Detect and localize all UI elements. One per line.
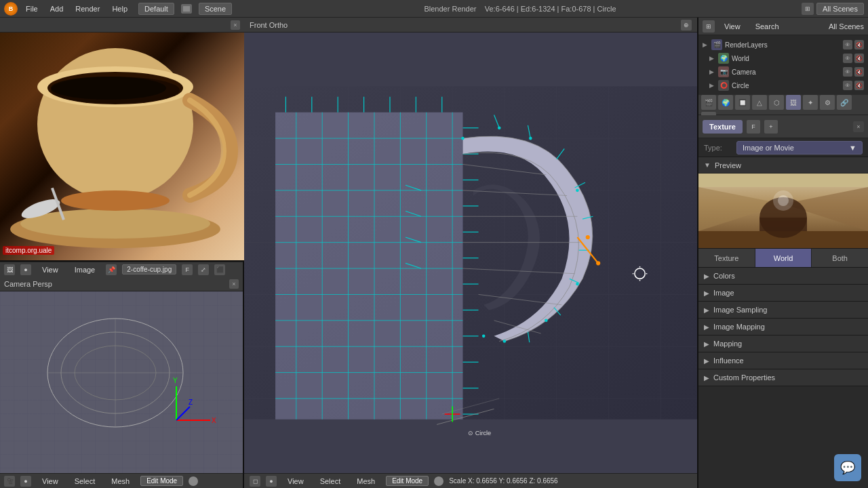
camera-eye[interactable]: ● bbox=[20, 476, 31, 487]
rp-search[interactable]: Search bbox=[750, 21, 785, 32]
prop-icon-texture[interactable]: 🖼 bbox=[786, 95, 801, 110]
vis-render[interactable]: 🔇 bbox=[854, 40, 864, 49]
svg-point-104 bbox=[586, 235, 590, 239]
tab-texture[interactable]: Texture bbox=[698, 249, 755, 267]
v3d-eye[interactable]: ● bbox=[266, 476, 277, 487]
help-chat-btn[interactable]: 💬 bbox=[834, 454, 861, 481]
blender-logo[interactable]: B bbox=[4, 2, 18, 16]
view3d-viewport[interactable]: ⊙ Circle bbox=[244, 33, 697, 473]
tabs-row: Texture World Both bbox=[698, 249, 868, 268]
rp-view-menu[interactable]: View bbox=[719, 21, 746, 32]
camera-mesh-menu[interactable]: Mesh bbox=[106, 476, 135, 487]
image-view-close[interactable]: × bbox=[231, 20, 240, 30]
custom-header[interactable]: ▶ Custom Properties bbox=[698, 369, 868, 386]
tab-both[interactable]: Both bbox=[812, 249, 868, 267]
rp-all-scenes[interactable]: All Scenes bbox=[829, 22, 864, 30]
svg-text:X: X bbox=[212, 417, 216, 424]
mapping-header[interactable]: ▶ Mapping bbox=[698, 336, 868, 352]
texture-main-btn[interactable]: Texture bbox=[703, 120, 743, 134]
v3d-select-menu[interactable]: Select bbox=[315, 476, 347, 487]
preview-svg bbox=[698, 174, 868, 248]
image-header[interactable]: ▶ Image bbox=[698, 285, 868, 301]
v3d-icon[interactable]: ◻ bbox=[250, 476, 260, 487]
menu-add[interactable]: Add bbox=[45, 3, 69, 14]
layer-camera[interactable]: ▶ 📷 Camera 👁 🔇 bbox=[698, 65, 868, 79]
camera-viewport[interactable]: X Y Z bbox=[0, 291, 243, 473]
prop-icon-world[interactable]: 🌍 bbox=[718, 95, 733, 110]
vis-eye-circle[interactable]: 👁 bbox=[843, 81, 852, 90]
prop-icon-material[interactable]: ⬡ bbox=[769, 95, 784, 110]
influence-triangle: ▶ bbox=[704, 357, 709, 365]
prop-icon-scene[interactable]: 🎬 bbox=[701, 95, 716, 110]
vis-eye-world[interactable]: 👁 bbox=[843, 54, 852, 63]
prop-influence: ▶ Influence bbox=[698, 352, 868, 369]
svg-text:⊙ Circle: ⊙ Circle bbox=[468, 430, 491, 436]
camera-view-menu[interactable]: View bbox=[37, 476, 64, 487]
renderlayers-icon: 🎬 bbox=[711, 39, 722, 50]
influence-header[interactable]: ▶ Influence bbox=[698, 352, 868, 369]
prop-image-mapping: ▶ Image Mapping bbox=[698, 319, 868, 336]
type-dropdown[interactable]: Image or Movie ▼ bbox=[736, 141, 863, 155]
image-pin[interactable]: 📌 bbox=[106, 264, 117, 275]
menu-render[interactable]: Render bbox=[70, 3, 105, 14]
tex-f-btn[interactable]: F bbox=[747, 120, 760, 134]
image-mapping-label: Image Mapping bbox=[713, 323, 765, 331]
image-expand[interactable]: ⤢ bbox=[198, 264, 209, 275]
image-editor-eye[interactable]: ● bbox=[20, 264, 31, 275]
edit-mode-dropdown[interactable]: Edit Mode bbox=[140, 476, 183, 486]
image-sampling-header[interactable]: ▶ Image Sampling bbox=[698, 302, 868, 318]
image-collapse[interactable]: ⬛ bbox=[214, 264, 225, 275]
image-mapping-header[interactable]: ▶ Image Mapping bbox=[698, 319, 868, 335]
preview-section-header[interactable]: ▼ Preview bbox=[698, 157, 868, 174]
image-editor-icon[interactable]: 🖼 bbox=[4, 264, 15, 275]
prop-icon-physics[interactable]: ⚙ bbox=[820, 95, 835, 110]
prop-icon-mesh[interactable]: △ bbox=[752, 95, 767, 110]
vis-eye-cam[interactable]: 👁 bbox=[843, 67, 852, 77]
camera-view-title: Camera Persp bbox=[4, 280, 52, 288]
v3d-edit-mode[interactable]: Edit Mode bbox=[386, 476, 429, 486]
all-scenes-btn[interactable]: All Scenes bbox=[816, 3, 864, 15]
vis-render-cam[interactable]: 🔇 bbox=[854, 67, 864, 77]
view3d-title: Front Ortho bbox=[250, 21, 288, 29]
tex-close-btn[interactable]: × bbox=[853, 121, 864, 132]
svg-rect-122 bbox=[760, 218, 807, 231]
image-editor-bar: 🖼 ● View Image 📌 2-coffe-cup.jpg F ⤢ ⬛ bbox=[0, 262, 243, 277]
v3d-mesh-menu[interactable]: Mesh bbox=[351, 476, 380, 487]
scene-label[interactable]: Scene bbox=[199, 3, 232, 15]
camera-mode-icon[interactable]: 🎥 bbox=[4, 476, 15, 487]
layer-renderlayers[interactable]: ▶ 🎬 RenderLayers 👁 🔇 bbox=[698, 38, 868, 52]
layer-tree: ▶ 🎬 RenderLayers 👁 🔇 ▶ 🌍 World 👁 🔇 ▶ bbox=[698, 35, 868, 95]
top-bar-left: B File Add Render Help Default Scene bbox=[0, 2, 239, 16]
prop-icon-constraint[interactable]: 🔗 bbox=[837, 95, 852, 110]
image-label: Image bbox=[713, 289, 734, 297]
menu-help[interactable]: Help bbox=[106, 3, 133, 14]
menu-file[interactable]: File bbox=[20, 3, 43, 14]
image-f-btn[interactable]: F bbox=[182, 264, 193, 275]
prop-icon-obj[interactable]: 🔲 bbox=[735, 95, 750, 110]
top-icon-1[interactable]: ⊞ bbox=[802, 3, 814, 15]
preview-image bbox=[698, 174, 868, 248]
top-bar: B File Add Render Help Default Scene Ble… bbox=[0, 0, 868, 18]
top-right: ⊞ All Scenes bbox=[802, 3, 868, 15]
view3d-zoom-icon[interactable]: ⊕ bbox=[681, 20, 692, 30]
layer-circle[interactable]: ▶ ⭕ Circle 👁 🔇 bbox=[698, 79, 868, 92]
custom-label: Custom Properties bbox=[713, 373, 775, 382]
prop-image-sampling: ▶ Image Sampling bbox=[698, 302, 868, 319]
image-view-menu[interactable]: View bbox=[37, 264, 64, 275]
prop-icon-particles[interactable]: ✦ bbox=[803, 95, 818, 110]
scene-type-selector[interactable]: Default bbox=[138, 3, 174, 15]
rp-icon-1[interactable]: ⊞ bbox=[703, 20, 715, 33]
tab-world[interactable]: World bbox=[755, 249, 812, 267]
camera-select-menu[interactable]: Select bbox=[69, 476, 101, 487]
vis-eye[interactable]: 👁 bbox=[843, 40, 852, 49]
vis-render-circle[interactable]: 🔇 bbox=[854, 81, 864, 90]
type-row: Type: Image or Movie ▼ bbox=[698, 138, 868, 157]
camera-view-close[interactable]: × bbox=[229, 279, 239, 289]
vis-render-world[interactable]: 🔇 bbox=[854, 54, 864, 63]
tex-add-btn[interactable]: + bbox=[764, 120, 778, 134]
colors-header[interactable]: ▶ Colors bbox=[698, 268, 868, 284]
v3d-view-menu[interactable]: View bbox=[282, 476, 309, 487]
texture-panel: Texture F + × bbox=[698, 115, 868, 138]
layer-world[interactable]: ▶ 🌍 World 👁 🔇 bbox=[698, 52, 868, 65]
image-menu[interactable]: Image bbox=[69, 264, 101, 275]
